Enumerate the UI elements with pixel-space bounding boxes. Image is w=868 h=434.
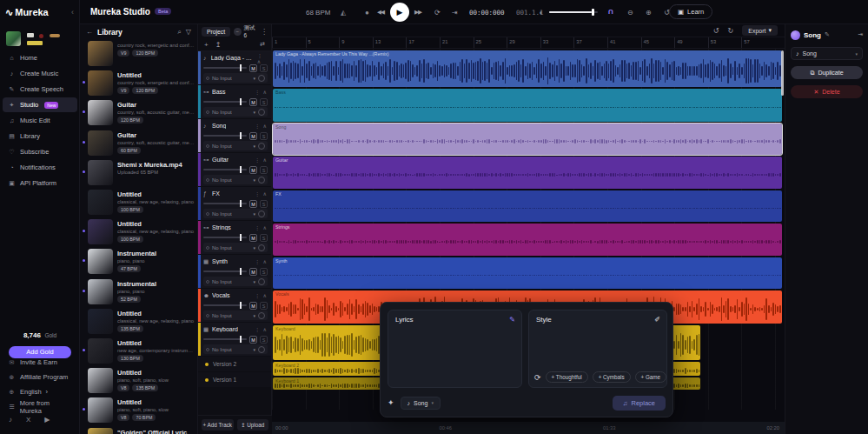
library-item[interactable]: Guitarcountry, soft, acoustic guitar, me…: [80, 129, 198, 158]
back-arrow-icon[interactable]: ←: [86, 28, 93, 36]
slider-thumb[interactable]: [240, 302, 242, 309]
volume-slider[interactable]: [203, 338, 247, 340]
mute-button[interactable]: M: [249, 234, 257, 242]
volume-slider[interactable]: [203, 67, 247, 69]
volume-slider[interactable]: [203, 135, 247, 137]
volume-slider[interactable]: [203, 203, 247, 204]
solo-button[interactable]: S: [260, 64, 268, 72]
collapse-tracks-icon[interactable]: ⇄: [260, 41, 265, 48]
redo-icon[interactable]: ↻: [728, 27, 734, 35]
undo-icon[interactable]: ↺: [713, 27, 719, 35]
slider-thumb[interactable]: [240, 132, 242, 139]
volume-slider[interactable]: [549, 11, 598, 13]
record-arm-icon[interactable]: [258, 244, 265, 251]
project-pill[interactable]: − 测试6: [234, 24, 257, 38]
slider-thumb[interactable]: [240, 336, 242, 343]
footer-item-english[interactable]: ⊕English›: [0, 384, 80, 399]
zoom-in-icon[interactable]: ⊕: [646, 0, 652, 24]
sparkle-icon[interactable]: ✦: [388, 398, 394, 407]
metronome-icon[interactable]: ◭: [341, 0, 346, 24]
youtube-icon[interactable]: ▶: [44, 416, 50, 424]
track-menu-icon[interactable]: ⋮ ∧: [255, 123, 268, 129]
version-item[interactable]: Version 2: [198, 357, 271, 371]
track-song[interactable]: ♪Song⋮ ∧MSNo Input▾: [198, 119, 271, 152]
collapse-panel-icon[interactable]: ⇥: [858, 31, 863, 38]
sidebar-item-api-platform[interactable]: ▣API Platform: [3, 176, 77, 190]
input-select[interactable]: No Input▾: [203, 277, 268, 286]
marker-icon[interactable]: ⇥: [452, 0, 458, 24]
library-item[interactable]: Untitledclassical, new age, relaxing, pi…: [80, 217, 198, 247]
clip-bass[interactable]: Bass: [273, 89, 782, 122]
footer-item-affiliate-program[interactable]: ⊛Affiliate Program: [0, 370, 80, 384]
library-item[interactable]: Instrumentalpiano, piano47 BPM: [80, 247, 198, 277]
bpm-display[interactable]: 68 BPM: [306, 0, 330, 24]
record-arm-icon[interactable]: [258, 346, 265, 353]
play-button[interactable]: ▶: [390, 3, 409, 22]
track-menu-icon[interactable]: ⋮ ∧: [255, 326, 268, 332]
slider-thumb[interactable]: [240, 98, 242, 105]
library-item[interactable]: Shemi x Mureka.mp4Uploaded 65 BPM: [80, 158, 198, 188]
export-button[interactable]: Export▾: [742, 25, 778, 36]
solo-button[interactable]: S: [260, 132, 268, 140]
footer-item-invite-earn[interactable]: ✉Invite & Earn: [0, 355, 80, 370]
lyrics-edit-icon[interactable]: ✎: [509, 316, 515, 324]
mute-button[interactable]: M: [249, 302, 257, 310]
track-menu-icon[interactable]: ⋮ ∧: [255, 89, 268, 95]
input-select[interactable]: No Input▾: [203, 310, 268, 320]
library-item[interactable]: Guitarcountry, soft, acoustic guitar, me…: [80, 98, 198, 128]
library-item[interactable]: Untitledpiano, soft, piano, slowV870 BPM: [80, 396, 198, 425]
library-item[interactable]: "Golden" Official Lyric Video | ...: [80, 426, 198, 434]
loop-icon[interactable]: ⟳: [434, 0, 441, 24]
overlay-track-select[interactable]: ♪ Song ▾: [401, 397, 441, 410]
track-menu-icon[interactable]: ⋮ ∧: [257, 52, 268, 64]
track-bass[interactable]: ⊶Bass⋮ ∧MSNo Input▾: [198, 85, 271, 118]
record-arm-icon[interactable]: [258, 177, 265, 184]
sidebar-item-studio[interactable]: ✦StudioNew: [3, 97, 77, 112]
duplicate-button[interactable]: ⧉ Duplicate: [791, 66, 863, 79]
solo-button[interactable]: S: [260, 200, 268, 208]
add-icon[interactable]: +: [204, 41, 209, 49]
sidebar-item-create-speech[interactable]: ✎Create Speech: [3, 82, 77, 97]
track-menu-icon[interactable]: ⋮ ∧: [255, 292, 268, 298]
delete-button[interactable]: ✕ Delete: [791, 85, 863, 98]
mute-button[interactable]: M: [249, 64, 257, 72]
sidebar-item-music-edit[interactable]: ♫Music Edit: [3, 113, 77, 128]
refresh-icon[interactable]: ⟳: [534, 373, 541, 382]
mute-button[interactable]: M: [249, 268, 257, 276]
library-item[interactable]: Untitledclassical, new age, relaxing, pi…: [80, 307, 198, 337]
version-item[interactable]: Version 1: [198, 372, 271, 387]
track-menu-icon[interactable]: ⋮ ∧: [255, 258, 268, 264]
style-palette-icon[interactable]: ✐: [654, 316, 660, 324]
solo-button[interactable]: S: [260, 336, 268, 344]
rewind-icon[interactable]: ◀◀: [377, 0, 384, 24]
add-track-button[interactable]: + Add Track: [202, 419, 234, 431]
clip-guitar[interactable]: Guitar: [273, 157, 782, 189]
solo-button[interactable]: S: [260, 234, 268, 242]
volume-slider[interactable]: [203, 169, 247, 170]
volume-slider[interactable]: [203, 101, 247, 103]
track-lady-gaga-always[interactable]: ♪Lady Gaga - Always⋮ ∧MSNo Input▾: [198, 51, 271, 84]
record-arm-icon[interactable]: [258, 109, 265, 116]
lyrics-box[interactable]: Lyrics ✎: [388, 310, 522, 388]
slider-thumb[interactable]: [240, 200, 242, 207]
import-icon[interactable]: ↥: [215, 41, 222, 49]
track-menu-icon[interactable]: ⋮ ∧: [255, 157, 268, 163]
library-item[interactable]: Instrumentalpiano, piano52 BPM: [80, 277, 198, 307]
library-item[interactable]: Untitlednew age, contemporary instrument…: [80, 337, 198, 366]
track-vocals[interactable]: ☻Vocals⋮ ∧MSNo Input▾: [198, 289, 271, 322]
zoom-out-icon[interactable]: ⊖: [627, 0, 633, 24]
solo-button[interactable]: S: [260, 302, 268, 310]
slider-thumb[interactable]: [240, 268, 242, 275]
record-arm-icon[interactable]: [258, 210, 265, 217]
solo-button[interactable]: S: [260, 166, 268, 174]
input-select[interactable]: No Input▾: [203, 243, 268, 252]
filter-icon[interactable]: ▽: [186, 28, 191, 36]
tiktok-icon[interactable]: ♪: [9, 416, 12, 424]
clip-song[interactable]: Song: [273, 124, 782, 155]
slider-thumb[interactable]: [240, 166, 242, 173]
sidebar-item-subscribe[interactable]: ♡Subscribe: [3, 144, 77, 159]
volume-slider[interactable]: [203, 304, 247, 306]
magnet-icon[interactable]: U: [608, 0, 613, 24]
forward-icon[interactable]: ▶▶: [414, 0, 421, 24]
track-strings[interactable]: ⊶Strings⋮ ∧MSNo Input▾: [198, 221, 271, 254]
